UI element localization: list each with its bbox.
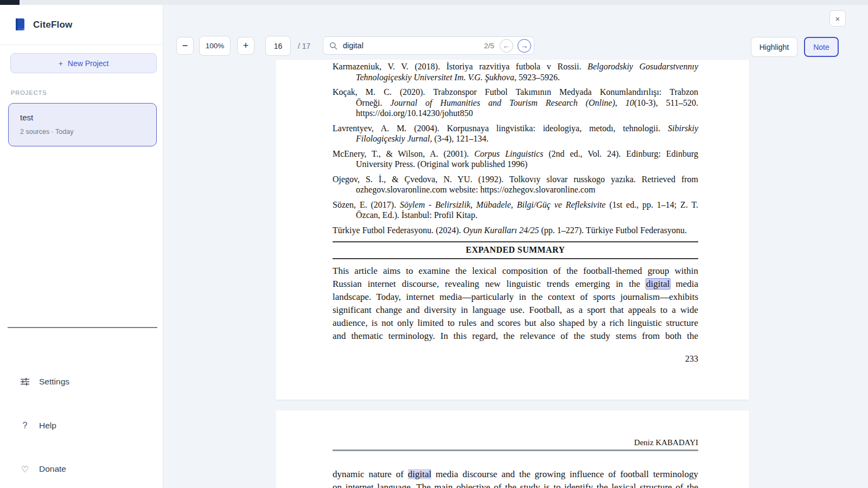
page-16-body: Karmazeniuk, V. V. (2018). İstoriya razv… <box>276 60 749 364</box>
search-prev-button[interactable]: ← <box>500 39 513 53</box>
search-input[interactable] <box>342 41 480 50</box>
running-header-author: Deniz KABADAYI <box>333 412 698 447</box>
text-line: Russian internet discourse, revealing ne… <box>333 278 698 291</box>
help-label: Help <box>39 421 56 431</box>
reference-item: Karmazeniuk, V. V. (2018). İstoriya razv… <box>333 61 698 82</box>
text-line: Filologiçeskiy Jurnal, (3-4), 121–134. <box>333 133 698 144</box>
sidebar-item-help[interactable]: ? Help <box>20 421 56 431</box>
minus-icon: − <box>182 40 188 52</box>
text-segment: dynamic nature of <box>333 469 408 479</box>
references-list: Karmazeniuk, V. V. (2018). İstoriya razv… <box>333 61 698 235</box>
text-segment: This article aims to examine the lexical… <box>333 266 698 276</box>
text-segment: media discourse and the growing influenc… <box>431 469 698 479</box>
text-segment: media <box>670 279 699 289</box>
zoom-out-button[interactable]: − <box>176 37 194 55</box>
page-number-input[interactable] <box>265 36 291 56</box>
sliders-icon <box>20 377 30 387</box>
arrow-left-icon: ← <box>503 41 510 50</box>
text-segment: ozhegov.slovaronline.com website: https:… <box>356 185 595 194</box>
project-card-test[interactable]: test 2 sources · Today <box>8 103 157 146</box>
text-line: on internet language. The main objective… <box>333 481 698 488</box>
sidebar-item-donate[interactable]: ♡ Donate <box>20 464 66 474</box>
text-line: landscape. Today, internet media—particu… <box>333 291 698 304</box>
reference-item: Koçak, M. C. (2020). Trabzonspor Futbol … <box>333 87 698 119</box>
highlight-label: Highlight <box>760 43 789 52</box>
text-segment: Türkiye Futbol Federasyonu. (2024). <box>333 226 463 235</box>
text-segment: (pp. 1–227). Türkiye Futbol Federasyonu. <box>539 226 687 235</box>
window-top-strip <box>0 0 868 5</box>
page-17-body: Deniz KABADAYI dynamic nature of digital… <box>276 410 749 488</box>
section-rule-bottom <box>333 258 698 259</box>
text-segment: Tehnologiçeskiy Universitet Im. V.G. Şuk… <box>356 73 514 82</box>
text-segment: Koçak, M. C. (2020). Trabzonspor Futbol … <box>333 87 698 97</box>
text-segment: Sibirskiy <box>668 124 698 133</box>
search-match-counter: 2/5 <box>484 42 494 50</box>
printed-page-number: 233 <box>333 354 698 364</box>
app-window: CiteFlow + New Project PROJECTS test 2 s… <box>0 0 868 488</box>
citeflow-logo-icon <box>14 18 26 32</box>
text-segment: landscape. Today, internet media—particu… <box>333 292 698 302</box>
heart-icon: ♡ <box>20 464 30 474</box>
page-17-paragraph: dynamic nature of digital media discours… <box>333 468 698 488</box>
text-segment: Russian internet discourse, revealing ne… <box>333 279 646 289</box>
text-segment: audience, is not only limited to rules a… <box>333 318 698 328</box>
zoom-in-button[interactable]: + <box>237 37 254 55</box>
text-segment: Corpus Linguistics <box>474 149 543 158</box>
text-line: dynamic nature of digital media discours… <box>333 468 698 481</box>
reference-item: Ojegov, S. İ., & Çvedova, N. YU. (1992).… <box>333 174 698 195</box>
text-segment: , <box>615 98 626 107</box>
note-button[interactable]: Note <box>804 37 839 57</box>
sidebar: CiteFlow + New Project PROJECTS test 2 s… <box>0 5 163 488</box>
text-line: Ojegov, S. İ., & Çvedova, N. YU. (1992).… <box>333 174 698 185</box>
new-project-label: New Project <box>68 59 108 68</box>
text-segment: (10-3), 511–520. <box>634 98 698 107</box>
plus-icon: + <box>243 40 249 52</box>
text-segment: Belgorodskiy Gosudarstvennıy <box>588 62 698 71</box>
text-segment: Lavrentyev, A. M. (2004). Korpusnaya lin… <box>333 124 668 133</box>
text-line: significant change and diversity in lang… <box>333 304 698 317</box>
search-icon <box>329 42 337 50</box>
zoom-level-button[interactable]: 100% <box>199 36 231 56</box>
project-meta: 2 sources · Today <box>20 128 145 136</box>
text-segment: Journal of Humanities and Tourism Resear… <box>390 98 615 107</box>
pdf-page-17: Deniz KABADAYI dynamic nature of digital… <box>276 410 749 488</box>
text-segment: Söylem - Belirsizlik, Mübadele, Bilgi/Gü… <box>400 200 605 209</box>
text-line: Özcan, Ed.). İstanbul: Profil Kitap. <box>333 210 698 221</box>
text-segment: and thematic terminology. In this regard… <box>333 331 698 341</box>
search-hit: digital <box>408 469 431 479</box>
highlight-button[interactable]: Highlight <box>751 37 797 57</box>
text-segment: Ojegov, S. İ., & Çvedova, N. YU. (1992).… <box>333 175 698 184</box>
text-segment: (1st ed., pp. 1–14; Z. T. <box>605 200 698 209</box>
projects-section-label: PROJECTS <box>11 89 47 96</box>
new-project-button[interactable]: + New Project <box>10 53 157 73</box>
text-line: audience, is not only limited to rules a… <box>333 317 698 330</box>
text-segment: significant change and diversity in lang… <box>333 305 698 315</box>
search-box: 2/5 ← → <box>323 36 534 55</box>
text-line: McEnery, T., & Wilson, A. (2001). Corpus… <box>333 149 698 159</box>
page-total-label: / 17 <box>298 42 310 50</box>
close-button[interactable]: × <box>829 10 846 27</box>
text-segment: 10 <box>626 98 634 107</box>
arrow-right-icon: → <box>521 41 528 50</box>
section-title: EXPANDED SUMMARY <box>333 242 698 258</box>
text-line: and thematic terminology. In this regard… <box>333 330 698 343</box>
text-segment: Özcan, Ed.). İstanbul: Profil Kitap. <box>356 210 477 220</box>
project-name: test <box>20 113 145 122</box>
text-line: Lavrentyev, A. M. (2004). Korpusnaya lin… <box>333 123 698 134</box>
note-label: Note <box>813 43 829 52</box>
window-corner <box>0 0 20 5</box>
text-segment: Sözen, E. (2017). <box>333 200 400 209</box>
text-line: University Press. (Original work publish… <box>333 159 698 170</box>
text-line: https://doi.org/10.14230/johut850 <box>333 108 698 119</box>
sidebar-bottom-divider <box>8 327 157 328</box>
text-segment: Örneği. <box>356 98 390 107</box>
text-segment: (2nd ed., Vol. 24). Edinburg: Edinburg <box>543 149 698 158</box>
text-line: ozhegov.slovaronline.com website: https:… <box>333 184 698 195</box>
sidebar-item-settings[interactable]: Settings <box>20 377 69 387</box>
text-line: This article aims to examine the lexical… <box>333 265 698 278</box>
text-line: Tehnologiçeskiy Universitet Im. V.G. Şuk… <box>333 72 698 83</box>
text-segment: , (3-4), 121–134. <box>430 134 488 143</box>
reference-item: McEnery, T., & Wilson, A. (2001). Corpus… <box>333 149 698 170</box>
search-next-button[interactable]: → <box>518 39 531 53</box>
text-segment: on internet language. The main objective… <box>333 482 698 488</box>
